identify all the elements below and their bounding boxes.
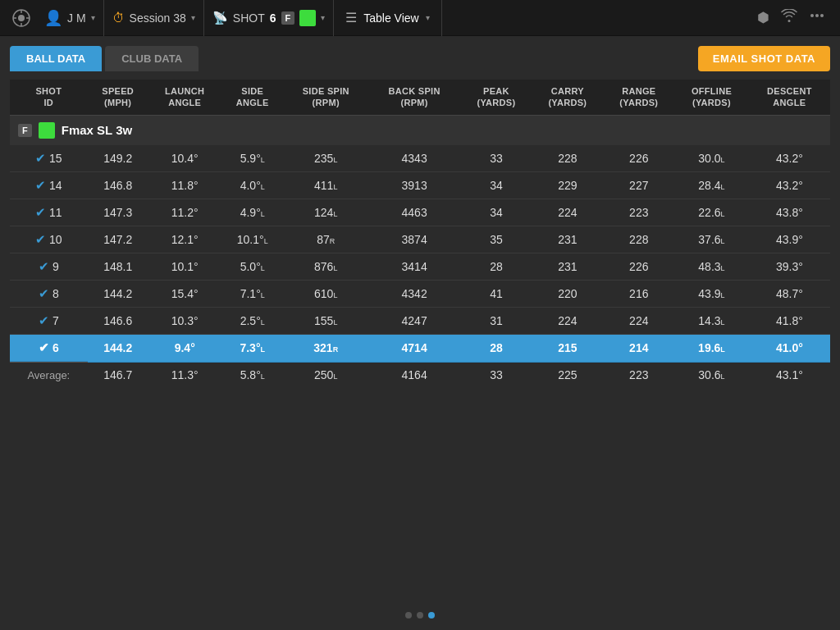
svg-point-6 — [810, 14, 814, 17]
cell-descent: 43.9° — [749, 226, 830, 253]
cell-range: 226 — [603, 145, 674, 172]
cell-speed: 144.2 — [88, 335, 148, 363]
green-indicator — [299, 10, 316, 26]
cell-range: 228 — [603, 226, 674, 253]
cell-carry: 215 — [532, 335, 603, 363]
cell-offline: 22.6L — [674, 199, 748, 226]
cell-speed: 146.6 — [88, 308, 148, 335]
tab-ball-data[interactable]: BALL DATA — [10, 46, 102, 71]
col-side-angle: SIDEANGLE — [221, 80, 284, 115]
cell-range: 223 — [603, 199, 674, 226]
cell-side-spin: 155L — [284, 308, 368, 335]
app-logo[interactable] — [7, 0, 36, 36]
col-side-spin: SIDE SPIN(rpm) — [284, 80, 368, 115]
cell-speed: 149.2 — [88, 145, 148, 172]
cell-back-spin: 4343 — [368, 145, 461, 172]
pagination-dot-2[interactable] — [417, 612, 423, 619]
f-badge: F — [281, 11, 295, 25]
average-row: Average:146.711.3°5.8°L250L4164332252233… — [10, 362, 830, 387]
table-row[interactable]: ✔9148.110.1°5.0°L876L34142823122648.3L39… — [10, 253, 830, 281]
user-section[interactable]: 👤 J M ▾ — [36, 0, 104, 36]
check-icon: ✔ — [39, 340, 49, 355]
cell-launch-angle: 11.2° — [148, 199, 221, 226]
cell-descent: 43.2° — [749, 145, 830, 172]
col-peak: PEAK(yards) — [460, 80, 532, 115]
cell-range: 214 — [603, 335, 674, 363]
svg-point-7 — [815, 14, 819, 17]
cell-range: 216 — [603, 281, 674, 308]
svg-point-8 — [820, 14, 824, 17]
pagination-dot-1[interactable] — [405, 612, 412, 619]
table-view-chevron: ▾ — [426, 13, 430, 22]
user-name: J M — [67, 11, 86, 25]
avg-4: 250L — [284, 362, 368, 387]
main-content: BALL DATA CLUB DATA EMAIL SHOT DATA SHOT… — [0, 36, 840, 397]
shot-id-number: 6 — [52, 341, 59, 354]
pagination-dot-3[interactable] — [428, 612, 435, 619]
pagination — [0, 612, 840, 619]
cell-peak: 31 — [460, 308, 532, 335]
more-icon[interactable] — [809, 9, 825, 26]
check-icon: ✔ — [39, 313, 49, 328]
shot-id-number: 11 — [49, 206, 62, 219]
tab-club-data[interactable]: CLUB DATA — [105, 46, 199, 71]
cell-offline: 14.3L — [674, 308, 748, 335]
cell-side-spin: 610L — [284, 281, 368, 308]
user-icon: 👤 — [44, 9, 62, 27]
cell-back-spin: 4247 — [368, 308, 461, 335]
cell-side-angle: 7.3°L — [221, 335, 284, 363]
cell-peak: 34 — [460, 199, 532, 226]
table-row[interactable]: ✔7146.610.3°2.5°L155L42473122422414.3L41… — [10, 308, 830, 335]
cell-side-spin: 321R — [284, 335, 368, 363]
cell-descent: 41.0° — [749, 335, 830, 363]
table-row[interactable]: ✔14146.811.8°4.0°L411L39133422922728.4L4… — [10, 172, 830, 199]
top-bar-right-icons: ⬢ — [749, 9, 833, 26]
shot-chevron[interactable]: ▾ — [321, 13, 325, 22]
session-chevron: ▾ — [191, 13, 195, 22]
cell-side-angle: 5.0°L — [221, 253, 284, 281]
table-row[interactable]: ✔8144.215.4°7.1°L610L43424122021643.9L48… — [10, 281, 830, 308]
cell-side-spin: 235L — [284, 145, 368, 172]
check-icon: ✔ — [35, 151, 46, 166]
cell-carry: 224 — [532, 308, 603, 335]
table-view-icon: ☰ — [345, 10, 357, 25]
cell-offline: 19.6L — [674, 335, 748, 363]
cell-speed: 146.8 — [88, 172, 148, 199]
cell-launch-angle: 11.8° — [148, 172, 221, 199]
cell-side-angle: 4.9°L — [221, 199, 284, 226]
club-header-row: F Fmax SL 3w — [10, 115, 830, 145]
cell-back-spin: 4463 — [368, 199, 461, 226]
cell-side-spin: 124L — [284, 199, 368, 226]
col-speed: SPEED(mph) — [88, 80, 148, 115]
clock-icon: ⏱ — [112, 11, 125, 25]
table-row[interactable]: ✔11147.311.2°4.9°L124L44633422422322.6L4… — [10, 199, 830, 226]
cell-shot-id: ✔7 — [10, 308, 88, 335]
user-chevron: ▾ — [91, 13, 95, 22]
cell-peak: 41 — [460, 281, 532, 308]
email-shot-data-button[interactable]: EMAIL SHOT DATA — [698, 46, 830, 71]
cell-speed: 148.1 — [88, 253, 148, 281]
table-row[interactable]: ✔15149.210.4°5.9°L235L43433322822630.0L4… — [10, 145, 830, 172]
avg-7: 225 — [532, 362, 603, 387]
club-header-inner: F Fmax SL 3w — [18, 122, 822, 139]
table-view-section[interactable]: ☰ Table View ▾ — [334, 0, 441, 36]
cell-shot-id: ✔8 — [10, 281, 88, 308]
cell-carry: 228 — [532, 145, 603, 172]
wifi-icon — [781, 9, 797, 26]
cell-carry: 231 — [532, 226, 603, 253]
shot-label: SHOT — [233, 11, 265, 25]
avg-5: 4164 — [368, 362, 461, 387]
cell-carry: 224 — [532, 199, 603, 226]
cell-shot-id: ✔9 — [10, 253, 88, 281]
avg-10: 43.1° — [749, 362, 830, 387]
shot-section: 📡 SHOT 6 F ▾ — [204, 0, 334, 36]
cell-descent: 43.2° — [749, 172, 830, 199]
table-row[interactable]: ✔6144.29.4°7.3°L321R47142821521419.6L41.… — [10, 335, 830, 363]
session-section[interactable]: ⏱ Session 38 ▾ — [104, 0, 204, 36]
bluetooth-icon[interactable]: ⬢ — [757, 9, 769, 26]
table-row[interactable]: ✔10147.212.1°10.1°L87R38743523122837.6L4… — [10, 226, 830, 253]
cell-side-angle: 10.1°L — [221, 226, 284, 253]
avg-label: Average: — [10, 362, 88, 387]
col-carry: CARRY(yards) — [532, 80, 603, 115]
cell-side-angle: 4.0°L — [221, 172, 284, 199]
